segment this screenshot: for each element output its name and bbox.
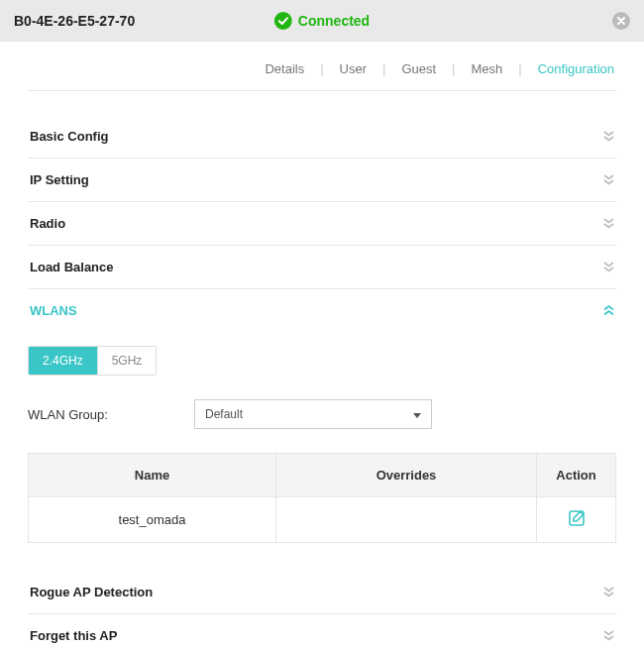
chevron-double-down-icon bbox=[603, 262, 614, 272]
chevron-double-down-icon bbox=[603, 630, 614, 641]
panel-header: B0-4E-26-E5-27-70 Connected bbox=[0, 0, 644, 42]
wlan-table: Name Overrides Action test_omada bbox=[28, 453, 616, 543]
cell-action bbox=[537, 497, 616, 543]
cell-name: test_omada bbox=[29, 497, 276, 543]
tab-configuration[interactable]: Configuration bbox=[536, 61, 616, 76]
col-header-overrides: Overrides bbox=[276, 454, 537, 497]
wlans-body: 2.4GHz 5GHz WLAN Group: Default Name Ove… bbox=[28, 332, 616, 571]
edit-icon[interactable] bbox=[568, 509, 586, 527]
tab-details[interactable]: Details bbox=[263, 61, 306, 76]
cell-overrides bbox=[276, 497, 537, 543]
section-load-balance[interactable]: Load Balance bbox=[28, 246, 616, 289]
connection-status: Connected bbox=[274, 12, 370, 30]
wlan-group-row: WLAN Group: Default bbox=[28, 399, 616, 429]
chevron-double-down-icon bbox=[603, 218, 614, 229]
close-icon bbox=[616, 16, 626, 26]
col-header-name: Name bbox=[29, 454, 276, 497]
tab-separator: | bbox=[382, 61, 385, 76]
caret-down-icon bbox=[413, 407, 421, 421]
section-label: Forget this AP bbox=[30, 628, 117, 643]
chevron-double-down-icon bbox=[603, 131, 614, 142]
band-toggle: 2.4GHz 5GHz bbox=[28, 346, 157, 376]
section-label: Rogue AP Detection bbox=[30, 585, 153, 599]
tab-user[interactable]: User bbox=[338, 61, 369, 76]
section-label: Basic Config bbox=[30, 129, 108, 144]
tab-separator: | bbox=[320, 61, 323, 76]
col-header-action: Action bbox=[537, 454, 616, 497]
chevron-double-down-icon bbox=[603, 587, 614, 597]
device-mac: B0-4E-26-E5-27-70 bbox=[14, 13, 135, 29]
chevron-double-up-icon bbox=[603, 305, 614, 316]
svg-point-0 bbox=[274, 12, 292, 30]
tab-separator: | bbox=[452, 61, 455, 76]
table-row: test_omada bbox=[29, 497, 616, 543]
section-forget-ap[interactable]: Forget this AP bbox=[28, 614, 616, 648]
wlan-group-select[interactable]: Default bbox=[194, 399, 432, 429]
section-radio[interactable]: Radio bbox=[28, 202, 616, 246]
check-circle-icon bbox=[274, 12, 292, 30]
status-text: Connected bbox=[298, 13, 370, 29]
section-rogue-ap[interactable]: Rogue AP Detection bbox=[28, 571, 616, 614]
section-label: Load Balance bbox=[30, 260, 114, 274]
chevron-double-down-icon bbox=[603, 174, 614, 185]
tab-mesh[interactable]: Mesh bbox=[469, 61, 504, 76]
section-label: Radio bbox=[30, 216, 65, 231]
tab-separator: | bbox=[518, 61, 521, 76]
section-label: WLANS bbox=[30, 303, 77, 318]
section-basic-config[interactable]: Basic Config bbox=[28, 115, 616, 159]
tab-bar: Details | User | Guest | Mesh | Configur… bbox=[28, 42, 616, 91]
band-5ghz[interactable]: 5GHz bbox=[97, 347, 157, 375]
section-ip-setting[interactable]: IP Setting bbox=[28, 159, 616, 202]
section-wlans[interactable]: WLANS bbox=[28, 289, 616, 332]
wlan-group-label: WLAN Group: bbox=[28, 407, 194, 422]
band-24ghz[interactable]: 2.4GHz bbox=[29, 347, 97, 375]
tab-guest[interactable]: Guest bbox=[399, 61, 438, 76]
select-value: Default bbox=[205, 407, 243, 421]
section-label: IP Setting bbox=[30, 172, 89, 187]
close-button[interactable] bbox=[612, 12, 630, 30]
